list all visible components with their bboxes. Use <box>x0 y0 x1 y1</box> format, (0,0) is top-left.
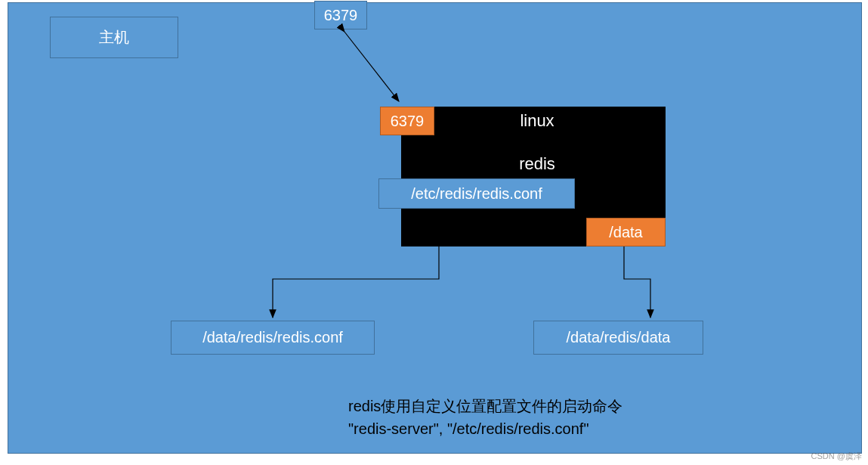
host-port-label: 6379 <box>324 7 358 24</box>
container-port-label: 6379 <box>391 113 425 130</box>
host-box: 主机 <box>50 17 178 58</box>
caption-line-1: redis使用自定义位置配置文件的启动命令 <box>348 395 771 417</box>
container-os-label: linux <box>462 111 613 131</box>
caption-block: redis使用自定义位置配置文件的启动命令 "redis-server", "/… <box>348 395 771 440</box>
host-data-path: /data/redis/data <box>567 329 671 346</box>
container-conf-path: /etc/redis/redis.conf <box>411 185 542 203</box>
container-conf-path-box: /etc/redis/redis.conf <box>378 178 575 209</box>
host-port-box: 6379 <box>314 1 367 29</box>
arrow-conf-mount <box>273 246 439 318</box>
caption-line-2: "redis-server", "/etc/redis/redis.conf" <box>348 417 771 440</box>
host-conf-path: /data/redis/redis.conf <box>202 329 343 346</box>
container-data-path-box: /data <box>586 218 666 246</box>
host-label: 主机 <box>99 27 129 48</box>
container-data-path: /data <box>609 224 642 241</box>
container-app-label: redis <box>462 154 613 174</box>
arrow-port-mapping <box>344 32 399 101</box>
host-data-path-box: /data/redis/data <box>533 321 703 355</box>
container-port-box: 6379 <box>380 107 434 135</box>
arrow-data-mount <box>624 246 650 318</box>
host-conf-path-box: /data/redis/redis.conf <box>171 321 375 355</box>
watermark: CSDN @虞泽 <box>811 451 862 462</box>
diagram-canvas: 主机 6379 6379 linux redis /etc/redis/redi… <box>8 2 862 454</box>
